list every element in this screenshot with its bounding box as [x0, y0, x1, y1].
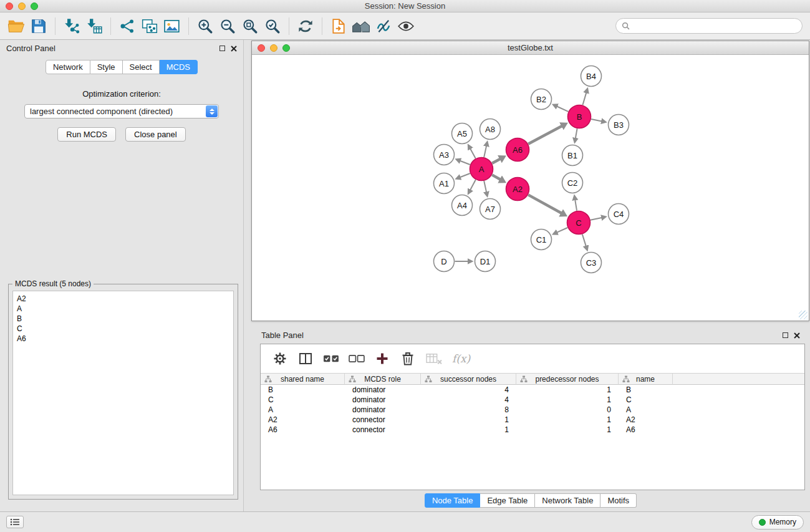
- close-panel-button[interactable]: Close panel: [125, 127, 186, 142]
- tab-node-table[interactable]: Node Table: [425, 493, 481, 508]
- panel-toggle-button[interactable]: [6, 516, 24, 528]
- network-zoom-icon[interactable]: [282, 44, 290, 52]
- close-window-icon[interactable]: [6, 2, 13, 10]
- network-close-icon[interactable]: [258, 44, 265, 52]
- edge-A6-B[interactable]: [528, 126, 562, 144]
- export-network-image-button[interactable]: [161, 16, 183, 37]
- tab-network[interactable]: Network: [46, 60, 90, 74]
- zoom-selected-button[interactable]: [261, 16, 284, 37]
- edge-C-C2[interactable]: [575, 200, 577, 211]
- edge-C-C4[interactable]: [591, 218, 602, 220]
- node-A7[interactable]: A7: [480, 199, 501, 220]
- zoom-in-button[interactable]: [194, 16, 216, 37]
- home-button[interactable]: [350, 16, 372, 37]
- network-graph[interactable]: B4B2BB3A5A8A6B1A3AA1C2A2A4A7C4CC1C3DD1: [253, 56, 808, 320]
- toolbar-search[interactable]: [615, 18, 803, 34]
- cell-MCDS-role[interactable]: connector: [345, 425, 421, 435]
- node-B2[interactable]: B2: [531, 89, 552, 110]
- edge-B-B3[interactable]: [591, 119, 602, 122]
- cell-name[interactable]: A: [619, 405, 673, 415]
- table-row[interactable]: Cdominator41C: [261, 395, 804, 405]
- cell-MCDS-role[interactable]: dominator: [345, 385, 421, 395]
- edge-C-C1[interactable]: [557, 228, 567, 233]
- node-A2[interactable]: A2: [506, 178, 529, 201]
- table-row[interactable]: A6connector11A6: [261, 425, 804, 435]
- column-header-name[interactable]: name: [619, 373, 673, 385]
- deselect-all-button[interactable]: [346, 348, 367, 369]
- edge-A-A5[interactable]: [470, 148, 476, 158]
- cell-MCDS-role[interactable]: dominator: [345, 405, 421, 415]
- window-titlebar[interactable]: Session: New Session: [0, 0, 810, 12]
- node-C2[interactable]: C2: [562, 173, 583, 193]
- resize-grip[interactable]: [799, 311, 808, 319]
- select-all-button[interactable]: [321, 348, 342, 369]
- memory-button[interactable]: Memory: [751, 515, 804, 530]
- minimize-window-icon[interactable]: [18, 2, 26, 10]
- column-header-predecessor-nodes[interactable]: predecessor nodes: [516, 373, 619, 385]
- float-table-panel-icon[interactable]: [783, 332, 788, 338]
- tab-select[interactable]: Select: [123, 60, 160, 74]
- node-A3[interactable]: A3: [434, 145, 455, 165]
- column-header-MCDS-role[interactable]: MCDS role: [345, 373, 421, 385]
- result-item[interactable]: C: [17, 324, 229, 334]
- network-minimize-icon[interactable]: [270, 44, 277, 52]
- search-input[interactable]: [633, 21, 796, 31]
- node-B[interactable]: B: [568, 105, 591, 128]
- node-A1[interactable]: A1: [434, 173, 455, 194]
- tab-motifs[interactable]: Motifs: [600, 493, 637, 508]
- cell-successor-nodes[interactable]: 4: [421, 385, 516, 395]
- cell-predecessor-nodes[interactable]: 1: [516, 415, 619, 425]
- cell-predecessor-nodes[interactable]: 1: [516, 385, 619, 395]
- edge-A-A8[interactable]: [484, 146, 486, 157]
- node-C3[interactable]: C3: [581, 253, 602, 273]
- node-C1[interactable]: C1: [531, 230, 552, 250]
- edge-B-B1[interactable]: [576, 128, 577, 138]
- node-A8[interactable]: A8: [480, 119, 501, 140]
- edge-A-A4[interactable]: [470, 180, 476, 190]
- node-B4[interactable]: B4: [581, 66, 602, 87]
- clone-network-button[interactable]: [138, 16, 161, 37]
- result-item[interactable]: B: [17, 314, 229, 324]
- save-session-button[interactable]: [27, 16, 50, 37]
- node-D1[interactable]: D1: [475, 251, 496, 272]
- float-panel-icon[interactable]: [219, 46, 225, 51]
- edge-A-A7[interactable]: [484, 181, 486, 192]
- edge-C-C3[interactable]: [582, 235, 586, 246]
- network-window-titlebar[interactable]: testGlobe.txt: [252, 41, 809, 55]
- node-B1[interactable]: B1: [562, 145, 583, 166]
- table-row[interactable]: Adominator80A: [261, 405, 804, 415]
- cell-shared-name[interactable]: A2: [261, 415, 345, 425]
- cell-shared-name[interactable]: C: [261, 395, 345, 405]
- node-B3[interactable]: B3: [609, 115, 629, 135]
- cell-shared-name[interactable]: B: [261, 385, 345, 395]
- import-network-button[interactable]: [60, 16, 83, 37]
- edge-B-B2[interactable]: [557, 107, 568, 112]
- node-A4[interactable]: A4: [452, 195, 473, 216]
- cell-predecessor-nodes[interactable]: 0: [516, 405, 619, 415]
- apply-layout-button[interactable]: [294, 16, 317, 37]
- node-C[interactable]: C: [567, 211, 591, 235]
- cell-name[interactable]: B: [619, 385, 673, 395]
- tab-network-table[interactable]: Network Table: [535, 493, 600, 508]
- gear-button[interactable]: [269, 348, 291, 369]
- result-item[interactable]: A2: [17, 294, 229, 304]
- import-table-button[interactable]: [83, 16, 105, 37]
- cell-shared-name[interactable]: A6: [261, 425, 345, 435]
- columns-button[interactable]: [295, 348, 316, 369]
- cell-MCDS-role[interactable]: dominator: [345, 395, 421, 405]
- cell-MCDS-role[interactable]: connector: [345, 415, 421, 425]
- export-document-button[interactable]: [327, 16, 350, 37]
- cell-successor-nodes[interactable]: 8: [421, 405, 516, 415]
- delete-column-button[interactable]: [397, 348, 418, 369]
- zoom-out-button[interactable]: [216, 16, 239, 37]
- cell-name[interactable]: A2: [619, 415, 673, 425]
- node-A6[interactable]: A6: [506, 138, 529, 162]
- edge-A-A2[interactable]: [492, 175, 500, 179]
- close-table-panel-icon[interactable]: [794, 332, 800, 339]
- edge-A-A1[interactable]: [460, 173, 470, 177]
- cell-name[interactable]: A6: [619, 425, 673, 435]
- run-mcds-button[interactable]: Run MCDS: [57, 127, 116, 142]
- tab-style[interactable]: Style: [90, 60, 123, 74]
- node-A[interactable]: A: [470, 158, 493, 181]
- edge-B-B4[interactable]: [583, 92, 587, 105]
